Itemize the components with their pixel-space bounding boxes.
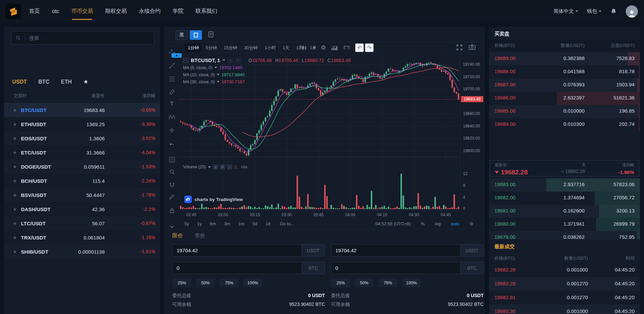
notifications-bell-icon[interactable]: [610, 8, 617, 15]
nav-item-2[interactable]: 币币交易: [71, 0, 93, 23]
crosshair-icon[interactable]: [164, 48, 180, 57]
style-dropdown-caret[interactable]: [313, 47, 315, 49]
interval-5[interactable]: 1天: [280, 44, 292, 52]
volume-dropdown-caret[interactable]: [208, 166, 211, 168]
ask-row[interactable]: 19689.000.3823887528.83: [489, 52, 640, 65]
brush-icon[interactable]: [164, 88, 180, 96]
star-icon[interactable]: ★: [13, 207, 17, 212]
pair-row[interactable]: ★LTC/USDT56.07-0.67%: [4, 216, 160, 230]
search-input[interactable]: [25, 35, 154, 41]
star-icon[interactable]: ★: [13, 136, 17, 141]
nav-item-4[interactable]: 永续合约: [139, 0, 160, 23]
trend-line-icon[interactable]: [164, 61, 180, 70]
auto-scale-button[interactable]: auto: [451, 221, 459, 226]
legend-settings-icon[interactable]: ⚙: [235, 58, 241, 63]
quote-tab-btc[interactable]: BTC: [38, 79, 50, 85]
magnet-icon[interactable]: [164, 180, 180, 189]
xabcd-pattern-icon[interactable]: [164, 113, 180, 121]
camera-snapshot-icon[interactable]: [469, 44, 475, 51]
brand-logo[interactable]: [5, 4, 21, 19]
star-icon[interactable]: ★: [13, 122, 17, 127]
star-icon[interactable]: ★: [13, 235, 17, 240]
nav-item-6[interactable]: 联系我们: [196, 0, 217, 23]
text-tool-icon[interactable]: T: [164, 99, 180, 108]
clock-label[interactable]: 04:52:55 (UTC+8): [376, 221, 411, 226]
sell-price-input[interactable]: [331, 245, 460, 256]
order-tab-0[interactable]: 限价: [172, 232, 183, 239]
star-icon[interactable]: ★: [13, 193, 17, 198]
star-icon[interactable]: ★: [13, 178, 17, 183]
user-avatar[interactable]: [626, 5, 638, 18]
pair-row[interactable]: ★ETC/USDT31.3666-4.04%: [4, 145, 160, 160]
interval-0[interactable]: 1分钟: [185, 44, 202, 52]
percent-scale-button[interactable]: %: [421, 221, 425, 226]
percent-button-100[interactable]: 100%: [402, 279, 421, 287]
language-dropdown[interactable]: 简体中文: [553, 8, 578, 15]
redo-button[interactable]: ↷: [365, 44, 373, 52]
range-5d[interactable]: 5d: [253, 221, 257, 226]
time-axis[interactable]: 02:4503:0003:1503:3003:4504:0004:1504:30…: [180, 211, 460, 218]
bid-row[interactable]: 19681.000.1626003200.13: [489, 205, 640, 218]
buy-amount-input[interactable]: [173, 262, 302, 274]
fib-retracement-icon[interactable]: [164, 75, 180, 83]
pair-row[interactable]: ★BTC/USDT19683.46-0.65%: [4, 103, 160, 117]
ma-dropdown-caret[interactable]: [217, 74, 220, 76]
nav-item-1[interactable]: otc: [52, 0, 59, 23]
nav-item-0[interactable]: 首页: [29, 0, 40, 23]
collapse-left-arrow-icon[interactable]: ←: [164, 139, 180, 147]
symbol-dropdown-caret[interactable]: [223, 59, 225, 61]
ask-row[interactable]: 19686.002.63239751821.36: [489, 92, 640, 105]
star-icon[interactable]: ★: [13, 249, 17, 254]
bar-replay-icon[interactable]: [164, 155, 180, 164]
range-1m[interactable]: 1m: [238, 221, 244, 226]
star-icon[interactable]: ★: [13, 108, 17, 113]
quote-tab-eth[interactable]: ETH: [61, 79, 72, 85]
wallet-dropdown[interactable]: 钱包: [587, 8, 601, 15]
nav-item-3[interactable]: 期权交易: [105, 0, 127, 23]
undo-button[interactable]: ↶: [355, 44, 364, 52]
news-notepad-icon[interactable]: [208, 31, 214, 38]
pair-row[interactable]: ★BCH/USDT115.4-2.24%: [4, 174, 160, 188]
footer-settings-icon[interactable]: ⚙: [469, 221, 473, 226]
ask-row[interactable]: 19687.000.0763931503.94: [489, 79, 640, 92]
ma-dropdown-caret[interactable]: [214, 67, 217, 68]
pair-row[interactable]: ★EOS/USDT1.3606-3.61%: [4, 131, 160, 145]
order-tab-1[interactable]: 市价: [195, 232, 205, 239]
star-icon[interactable]: ★: [13, 150, 17, 155]
volume-close-icon[interactable]: ×: [227, 165, 232, 169]
percent-button-100[interactable]: 100%: [243, 279, 262, 287]
lock-icon[interactable]: [164, 206, 180, 215]
percent-button-25[interactable]: 25%: [172, 279, 191, 287]
log-scale-button[interactable]: log: [435, 221, 441, 226]
price-axis[interactable]: 19740.0019720.0019700.0019660.0019640.00…: [460, 54, 485, 211]
goto-button[interactable]: Go to...: [280, 221, 294, 226]
sell-amount-input[interactable]: [331, 262, 460, 274]
range-6m[interactable]: 6m: [210, 221, 216, 226]
tradingview-attribution[interactable]: charts by TradingView: [184, 196, 243, 203]
pair-row[interactable]: ★ETH/USDT1369.25-3.39%: [4, 117, 160, 131]
volume-settings-icon[interactable]: ⚙: [220, 165, 225, 169]
interval-1[interactable]: 5分钟: [203, 44, 220, 52]
pair-row[interactable]: ★DASH/USDT42.36-2.1%: [4, 202, 160, 216]
star-icon[interactable]: ★: [13, 164, 17, 169]
chart-plot-area[interactable]: − BTCUSDT, 1 ◎ ⚙ O19706.46 H19706.46 L19…: [180, 54, 460, 211]
favorites-star-icon[interactable]: ★: [83, 78, 88, 85]
theme-dark-button[interactable]: 黑: [176, 30, 188, 40]
pair-row[interactable]: ★TRX/USDT0.061804-1.16%: [4, 230, 160, 245]
pair-row[interactable]: ★BSV/USDT50.4447-1.78%: [4, 188, 160, 202]
legend-collapse-icon[interactable]: −: [183, 58, 188, 63]
settings-gear-icon[interactable]: ⚙: [321, 44, 326, 51]
pair-row[interactable]: ★DOGE/USDT0.059611-1.53%: [4, 160, 160, 174]
compare-scales-icon[interactable]: [343, 45, 350, 50]
percent-button-75[interactable]: 75%: [220, 279, 239, 287]
percent-button-25[interactable]: 25%: [331, 279, 350, 287]
pair-row[interactable]: ★SHIB/USDT0.00001138-1.81%: [4, 245, 160, 259]
percent-button-50[interactable]: 50%: [196, 279, 215, 287]
range-5y[interactable]: 5y: [184, 221, 189, 226]
range-1d[interactable]: 1d: [265, 221, 270, 226]
ask-row[interactable]: 19684.000.010300202.74: [489, 118, 640, 131]
percent-button-50[interactable]: 50%: [355, 279, 374, 287]
legend-eye-icon[interactable]: ◎: [228, 58, 233, 63]
percent-button-75[interactable]: 75%: [378, 279, 397, 287]
ask-row[interactable]: 19688.000.041588818.78: [489, 65, 640, 79]
